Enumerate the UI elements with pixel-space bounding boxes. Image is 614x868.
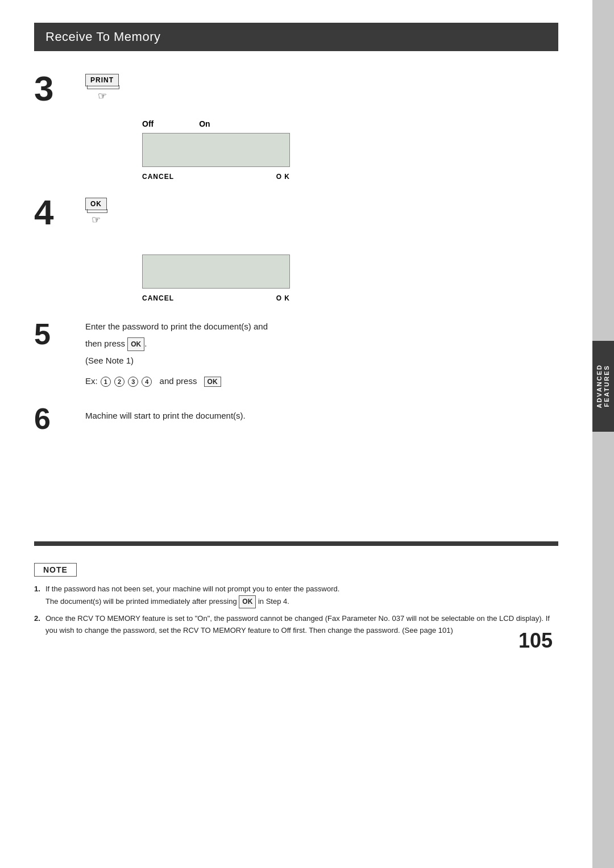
right-edge	[592, 0, 614, 868]
ok-key-button: OK ☞	[85, 198, 107, 226]
note-label: NOTE	[34, 563, 77, 577]
step-3-content: PRINT ☞ Off On CANCEL O K	[74, 74, 558, 181]
note-2-text: Once the RCV TO MEMORY feature is set to…	[45, 614, 550, 635]
sidebar-tab-text: ADVANCEDFEATURES	[596, 364, 611, 408]
step3-off-on-row: Off On	[142, 119, 558, 128]
step6-text: Machine will start to print the document…	[85, 408, 558, 423]
step3-ok-label: O K	[276, 173, 290, 181]
step4-cancel-label: CANCEL	[142, 294, 174, 302]
step5-example-row: Ex: 1 2 3 4 and press OK	[85, 376, 558, 387]
step-3-row: 3 PRINT ☞ Off On CANCEL O K	[34, 74, 558, 181]
step-6-row: 6 Machine will start to print the docume…	[34, 404, 558, 433]
step-5-row: 5 Enter the password to print the docume…	[34, 319, 558, 387]
step5-ex-label: Ex:	[85, 376, 98, 386]
note-1-text2: The document(s) will be printed immediat…	[45, 597, 289, 606]
step3-cancel-label: CANCEL	[142, 173, 174, 181]
print-key-button: PRINT ☞	[85, 74, 119, 102]
step-6-number: 6	[34, 404, 74, 433]
step5-line2: then press OK.	[85, 336, 558, 351]
ok-key-hand: ☞	[92, 214, 101, 226]
step-6-content: Machine will start to print the document…	[74, 404, 558, 423]
step-5-content: Enter the password to print the document…	[74, 319, 558, 387]
note-item-1: If the password has not been set, your m…	[34, 583, 558, 608]
step-4-row: 4 OK ☞ CANCEL O K	[34, 198, 558, 302]
step3-on-label: On	[199, 119, 210, 128]
step5-ok-inline: OK	[127, 337, 144, 351]
step4-ok-label: O K	[276, 294, 290, 302]
print-key-label: PRINT	[90, 76, 114, 84]
note-1-ok-inline: OK	[239, 595, 256, 608]
note-item-2: Once the RCV TO MEMORY feature is set to…	[34, 613, 558, 637]
spacer-before-bar	[34, 450, 558, 519]
step5-ok-inline2: OK	[204, 377, 221, 387]
page-number: 105	[518, 629, 553, 653]
step5-text: Enter the password to print the document…	[85, 319, 558, 368]
print-key-hand: ☞	[98, 90, 107, 102]
note-1-text: If the password has not been set, your m…	[45, 585, 339, 593]
step-4-number: 4	[34, 195, 74, 230]
step-4-content: OK ☞ CANCEL O K	[74, 198, 558, 302]
step6-text-p: Machine will start to print the document…	[85, 408, 558, 423]
main-content: Receive To Memory 3 PRINT ☞ Off On CANCE…	[0, 0, 592, 670]
step5-and-press: and press	[160, 376, 197, 386]
ok-key-box: OK	[85, 198, 107, 210]
step4-lcd-screen	[142, 254, 290, 289]
step3-button-row: CANCEL O K	[142, 173, 290, 181]
step5-circle2: 2	[114, 377, 125, 387]
step5-line1: Enter the password to print the document…	[85, 319, 558, 334]
step-5-number: 5	[34, 319, 74, 349]
sidebar-tab: ADVANCEDFEATURES	[592, 341, 614, 432]
bottom-bar	[34, 541, 558, 546]
page-title: Receive To Memory	[34, 23, 558, 51]
step4-button-row: CANCEL O K	[142, 294, 290, 302]
step5-circle3: 3	[128, 377, 138, 387]
step3-lcd-area: Off On CANCEL O K	[142, 119, 558, 181]
step5-circle4: 4	[142, 377, 152, 387]
note-list: If the password has not been set, your m…	[34, 583, 558, 637]
note-section: NOTE If the password has not been set, y…	[34, 557, 558, 647]
step5-line3: (See Note 1)	[85, 353, 558, 368]
step3-off-label: Off	[142, 119, 154, 128]
step-3-number: 3	[34, 71, 74, 106]
step3-lcd-screen	[142, 133, 290, 167]
print-key-box: PRINT	[85, 74, 119, 86]
step4-lcd-area: CANCEL O K	[142, 254, 558, 302]
ok-key-label: OK	[90, 200, 102, 208]
step5-circle1: 1	[101, 377, 111, 387]
